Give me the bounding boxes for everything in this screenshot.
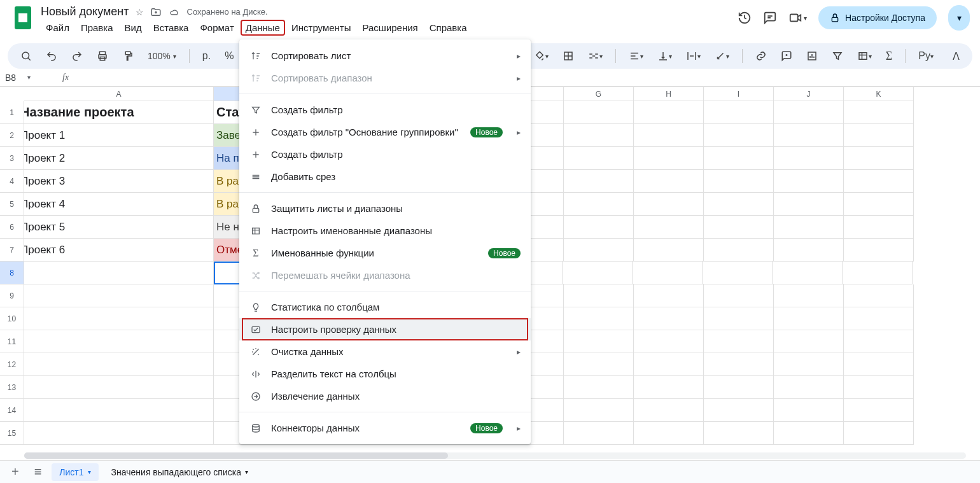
cell-H8[interactable] xyxy=(633,262,703,284)
cell-G14[interactable] xyxy=(564,399,634,422)
cell-G13[interactable] xyxy=(564,376,634,399)
row-header-15[interactable]: 15 xyxy=(0,422,24,445)
cell-K5[interactable] xyxy=(844,193,914,216)
horizontal-scrollbar[interactable] xyxy=(24,451,966,460)
row-header-3[interactable]: 3 xyxy=(0,147,24,170)
cell-H6[interactable] xyxy=(634,216,704,239)
cell-K3[interactable] xyxy=(844,147,914,170)
menu-расширения[interactable]: Расширения xyxy=(358,20,423,36)
cell-A1[interactable]: Название проекта xyxy=(24,101,214,124)
borders-icon[interactable] xyxy=(559,48,578,64)
column-header-J[interactable]: J xyxy=(774,87,844,101)
print-icon[interactable] xyxy=(93,48,112,64)
paint-format-icon[interactable] xyxy=(118,48,137,64)
cell-K11[interactable] xyxy=(844,330,914,353)
wrap-icon[interactable]: ▾ xyxy=(682,48,704,64)
cell-H7[interactable] xyxy=(634,239,704,262)
cell-K8[interactable] xyxy=(843,262,913,284)
cell-G10[interactable] xyxy=(564,307,634,330)
merge-cells-icon[interactable]: ▾ xyxy=(584,48,606,64)
menu-вставка[interactable]: Вставка xyxy=(148,20,194,36)
row-header-7[interactable]: 7 xyxy=(0,239,24,262)
redo-icon[interactable] xyxy=(67,48,87,64)
row-header-5[interactable]: 5 xyxy=(0,193,24,216)
row-header-4[interactable]: 4 xyxy=(0,170,24,193)
cell-J6[interactable] xyxy=(774,216,844,239)
cell-H10[interactable] xyxy=(634,307,704,330)
menu-справка[interactable]: Справка xyxy=(424,20,472,36)
cell-J12[interactable] xyxy=(774,353,844,376)
functions-sigma-icon[interactable]: Σ xyxy=(882,47,896,66)
sheet-tab-caret-icon[interactable]: ▾ xyxy=(88,468,91,475)
cell-I1[interactable] xyxy=(704,101,774,124)
v-align-icon[interactable]: ▾ xyxy=(654,48,676,64)
column-header-A[interactable]: A xyxy=(24,87,214,101)
cell-J4[interactable] xyxy=(774,170,844,193)
row-header-10[interactable]: 10 xyxy=(0,307,24,330)
cell-K4[interactable] xyxy=(844,170,914,193)
cell-K14[interactable] xyxy=(844,399,914,422)
collapse-toolbar-icon[interactable]: ᐱ xyxy=(949,48,963,65)
cell-A10[interactable] xyxy=(24,307,214,330)
cell-I6[interactable] xyxy=(704,216,774,239)
cell-I3[interactable] xyxy=(704,147,774,170)
cell-K15[interactable] xyxy=(844,422,914,445)
insert-comment-icon[interactable] xyxy=(777,48,796,64)
cell-J7[interactable] xyxy=(774,239,844,262)
cell-J1[interactable] xyxy=(774,101,844,124)
column-header-G[interactable]: G xyxy=(564,87,634,101)
cell-A2[interactable]: Проект 1 xyxy=(24,124,214,147)
row-header-11[interactable]: 11 xyxy=(0,330,24,353)
cell-I11[interactable] xyxy=(704,330,774,353)
cell-I15[interactable] xyxy=(704,422,774,445)
cell-K7[interactable] xyxy=(844,239,914,262)
cell-A8[interactable] xyxy=(24,262,214,284)
cell-K10[interactable] xyxy=(844,307,914,330)
menu-item-plus[interactable]: Создать фильтр "Основание группировки"Но… xyxy=(239,121,531,143)
fill-color-icon[interactable]: ▾ xyxy=(530,48,552,64)
cell-J11[interactable] xyxy=(774,330,844,353)
cell-K1[interactable] xyxy=(844,101,914,124)
menu-файл[interactable]: Файл xyxy=(41,20,74,36)
cell-A13[interactable] xyxy=(24,376,214,399)
cell-I13[interactable] xyxy=(704,376,774,399)
cell-H12[interactable] xyxy=(634,353,704,376)
cell-H13[interactable] xyxy=(634,376,704,399)
move-to-folder-icon[interactable] xyxy=(150,6,162,18)
menu-вид[interactable]: Вид xyxy=(120,20,147,36)
cell-H3[interactable] xyxy=(634,147,704,170)
table-view-icon[interactable]: ▾ xyxy=(853,48,876,64)
menu-item-sort-sheet[interactable]: Сортировать лист▸ xyxy=(239,45,531,67)
h-align-icon[interactable]: ▾ xyxy=(625,48,647,64)
cell-K6[interactable] xyxy=(844,216,914,239)
cloud-saved-icon[interactable] xyxy=(168,7,181,17)
menu-item-sigma[interactable]: ΣИменованные функцииНовое xyxy=(239,242,531,264)
cell-A15[interactable] xyxy=(24,422,214,445)
sheet-tab-active[interactable]: Лист1 ▾ xyxy=(52,463,98,481)
row-header-12[interactable]: 12 xyxy=(0,353,24,376)
menu-item-filter[interactable]: Создать фильтр xyxy=(239,99,531,121)
column-header-H[interactable]: H xyxy=(634,87,704,101)
cell-G7[interactable] xyxy=(564,239,634,262)
menu-формат[interactable]: Формат xyxy=(195,20,239,36)
cell-H1[interactable] xyxy=(634,101,704,124)
cell-G2[interactable] xyxy=(564,124,634,147)
cell-G12[interactable] xyxy=(564,353,634,376)
cell-J10[interactable] xyxy=(774,307,844,330)
cell-A12[interactable] xyxy=(24,353,214,376)
cell-H5[interactable] xyxy=(634,193,704,216)
cell-I10[interactable] xyxy=(704,307,774,330)
menu-инструменты[interactable]: Инструменты xyxy=(286,20,356,36)
cell-G1[interactable] xyxy=(564,101,634,124)
cell-A9[interactable] xyxy=(24,284,214,307)
cell-J9[interactable] xyxy=(774,284,844,307)
row-header-14[interactable]: 14 xyxy=(0,399,24,422)
search-icon[interactable] xyxy=(17,48,36,64)
cell-I14[interactable] xyxy=(704,399,774,422)
row-header-6[interactable]: 6 xyxy=(0,216,24,239)
add-sheet-icon[interactable]: + xyxy=(6,462,24,482)
share-dropdown-caret[interactable]: ▾ xyxy=(948,5,970,31)
cell-A14[interactable] xyxy=(24,399,214,422)
name-box[interactable]: B8 ▾ xyxy=(5,73,50,83)
menu-данные[interactable]: Данные xyxy=(241,20,285,36)
